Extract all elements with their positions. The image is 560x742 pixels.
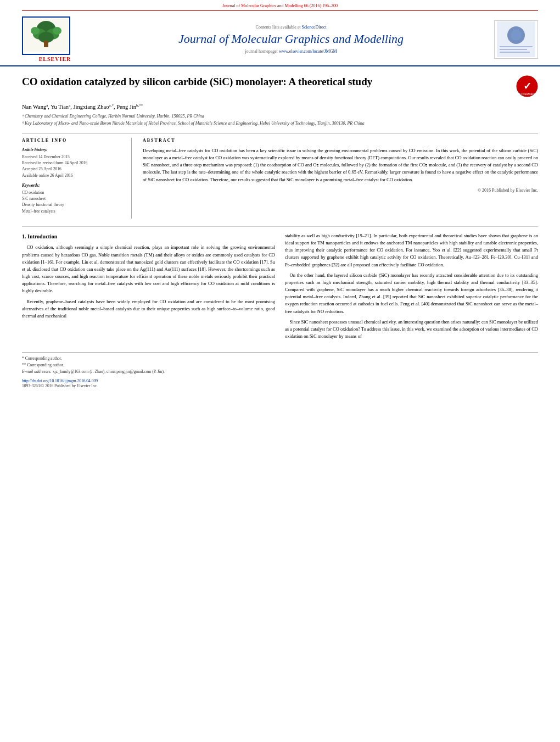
crossmark-icon[interactable]: ✓ CrossMark [516,75,538,97]
affiliation-a: ᵃ Chemistry and Chemical Engineering Col… [22,113,538,119]
page: Journal of Molecular Graphics and Modell… [0,0,560,742]
abstract-heading: ABSTRACT [143,138,538,143]
svg-rect-5 [44,41,48,47]
homepage-link[interactable]: www.elsevier.com/locate/JMGM [279,49,337,54]
abstract-column: ABSTRACT Developing metal–free catalysts… [143,138,538,219]
article-info-heading: ARTICLE INFO [22,138,125,143]
elsevier-label: ELSEVIER [22,56,88,62]
article-info-column: ARTICLE INFO Article history: Received 1… [22,138,132,219]
accepted-date: Accepted 25 April 2016 [22,166,125,172]
article-title: CO oxidation catalyzed by silicon carbid… [22,75,516,89]
svg-rect-11 [500,46,533,47]
right-para1: stability as well as high conductivity [… [285,232,538,269]
info-abstract-section: ARTICLE INFO Article history: Received 1… [22,133,538,219]
available-date: Available online 26 April 2016 [22,172,125,178]
intro-para2: Recently, graphene–based catalysts have … [22,298,275,320]
intro-para1: CO oxidation, although seemingly a simpl… [22,244,275,294]
main-content: CO oxidation catalyzed by silicon carbid… [0,66,560,401]
footnote-email: E-mail addresses: xjz_family@163.com (J.… [22,369,538,374]
keyword-1: CO oxidation [22,189,125,196]
svg-rect-13 [500,52,530,53]
email-jin-link[interactable]: china.peng.jin@gmail.com [107,369,151,374]
journal-center: Contents lists available at ScienceDirec… [88,25,494,53]
keyword-4: Metal–free catalysts [22,208,125,214]
received-revised-date: Received in revised form 24 April 2016 [22,160,125,166]
svg-rect-12 [500,49,527,50]
affiliation-b: ᵇ Key Laboratory of Micro- and Nano-scal… [22,120,538,126]
svg-point-10 [511,30,522,41]
issn-line: 1093-3263/© 2016 Published by Elsevier I… [22,383,538,388]
footnote-star1: * Corresponding author. [22,356,538,361]
right-para3: Since SiC nanosheet possesses unusual ch… [285,319,538,341]
article-history: Article history: Received 14 December 20… [22,147,125,178]
elsevier-tree-icon [24,19,68,52]
journal-cover-image [494,20,538,59]
contents-line: Contents lists available at ScienceDirec… [99,25,483,30]
authors-text: Nan Wanga, Yu Tiana, Jingxiang Zhaoa,*, … [22,104,143,110]
keyword-2: SiC nanosheet [22,196,125,202]
email-zhao-link[interactable]: xjz_family@163.com [53,369,88,374]
sciencedirect-link[interactable]: ScienceDirect [302,25,327,30]
history-heading: Article history: [22,147,125,152]
affiliations: ᵃ Chemistry and Chemical Engineering Col… [22,113,538,126]
right-para2: On the other hand, the layered silicon c… [285,272,538,315]
svg-text:✓: ✓ [523,81,531,92]
elsevier-box [22,16,70,55]
doi-link[interactable]: http://dx.doi.org/10.1016/j.jmgm.2016.04… [22,378,98,383]
journal-ref-text: Journal of Molecular Graphics and Modell… [222,3,338,8]
footer-notes: * Corresponding author. ** Corresponding… [22,352,538,388]
svg-text:CrossMark: CrossMark [519,92,535,96]
svg-point-7 [53,27,61,35]
authors-line: Nan Wanga, Yu Tiana, Jingxiang Zhaoa,*, … [22,103,538,110]
body-left-column: 1. Introduction CO oxidation, although s… [22,232,275,343]
elsevier-logo: ELSEVIER [22,16,88,62]
footnote-star2: ** Corresponding author. [22,362,538,367]
keyword-3: Density functional theory [22,202,125,208]
abstract-text: Developing metal–free catalysts for CO o… [143,147,538,183]
journal-homepage: journal homepage: www.elsevier.com/locat… [99,49,483,54]
section-divider [22,226,538,227]
copyright-line: © 2016 Published by Elsevier Inc. [143,188,538,193]
keywords-heading: Keywords: [22,183,125,188]
top-reference-bar: Journal of Molecular Graphics and Modell… [22,0,538,11]
svg-point-6 [31,27,40,35]
doi-line: http://dx.doi.org/10.1016/j.jmgm.2016.04… [22,378,538,383]
journal-header: ELSEVIER Contents lists available at Sci… [0,11,560,66]
article-title-section: CO oxidation catalyzed by silicon carbid… [22,75,538,97]
received-date: Received 14 December 2015 [22,154,125,160]
intro-heading: 1. Introduction [22,232,275,241]
body-right-column: stability as well as high conductivity [… [285,232,538,343]
journal-title: Journal of Molecular Graphics and Modell… [99,32,483,46]
keywords-section: Keywords: CO oxidation SiC nanosheet Den… [22,183,125,214]
body-columns: 1. Introduction CO oxidation, although s… [22,232,538,343]
